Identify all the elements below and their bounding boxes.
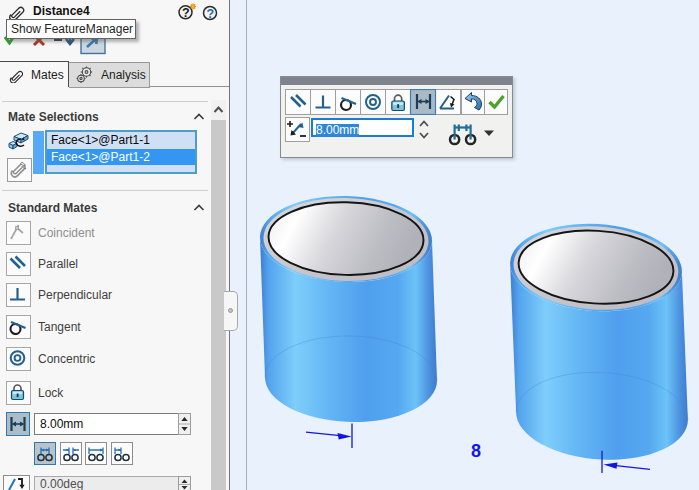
svg-text:8: 8 bbox=[471, 441, 481, 461]
svg-text:?: ? bbox=[182, 6, 190, 20]
svg-text:?: ? bbox=[207, 7, 215, 21]
